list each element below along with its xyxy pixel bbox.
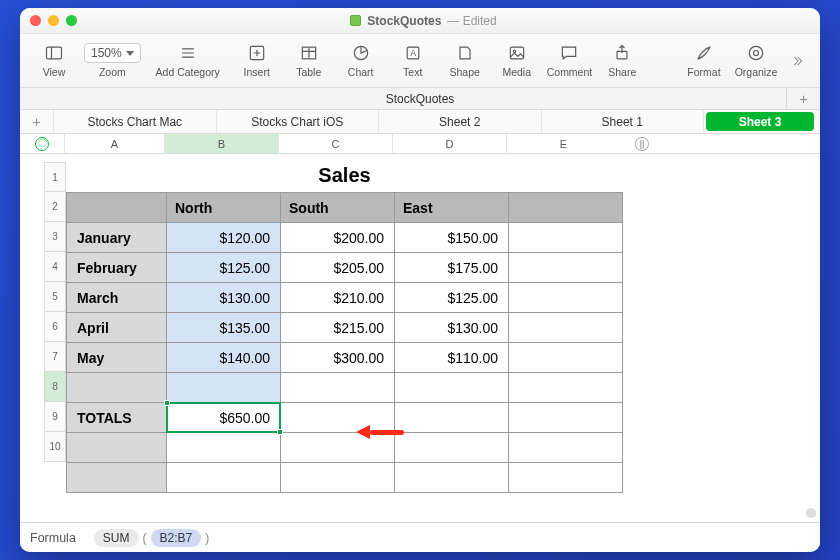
col-A[interactable]: A (64, 134, 164, 153)
close-icon[interactable] (30, 15, 41, 26)
cell[interactable] (167, 463, 281, 493)
fullscreen-icon[interactable] (66, 15, 77, 26)
view-button[interactable]: View (32, 43, 76, 78)
row-5[interactable]: 5 (44, 282, 66, 312)
row-label[interactable]: January (67, 223, 167, 253)
format-button[interactable]: Format (682, 43, 726, 78)
media-button[interactable]: Media (495, 43, 539, 78)
cell[interactable] (509, 433, 623, 463)
cell[interactable] (509, 373, 623, 403)
organize-button[interactable]: Organize (734, 43, 778, 78)
header-south[interactable]: South (281, 193, 395, 223)
cell[interactable] (509, 223, 623, 253)
document-icon (350, 15, 361, 26)
cell[interactable] (509, 463, 623, 493)
tab-sheet-1[interactable]: Sheet 1 (542, 110, 705, 133)
minimize-icon[interactable] (48, 15, 59, 26)
cell[interactable] (509, 403, 623, 433)
text-button[interactable]: A Text (391, 43, 435, 78)
text-icon: A (403, 43, 423, 63)
row-label[interactable]: February (67, 253, 167, 283)
cell[interactable] (281, 463, 395, 493)
new-tab-button[interactable]: + (20, 110, 54, 133)
tab-stocks-chart-mac[interactable]: Stocks Chart Mac (54, 110, 217, 133)
cell[interactable]: $130.00 (395, 313, 509, 343)
column-layers-handle[interactable]: || (620, 134, 664, 153)
row-3[interactable]: 3 (44, 222, 66, 252)
cell[interactable] (67, 463, 167, 493)
cell[interactable]: $175.00 (395, 253, 509, 283)
row-4[interactable]: 4 (44, 252, 66, 282)
col-D[interactable]: D (392, 134, 506, 153)
row-6[interactable]: 6 (44, 312, 66, 342)
cell[interactable] (167, 373, 281, 403)
cell[interactable] (67, 433, 167, 463)
cell[interactable]: $125.00 (167, 253, 281, 283)
cell[interactable] (281, 373, 395, 403)
cell[interactable]: $300.00 (281, 343, 395, 373)
cell[interactable]: $135.00 (167, 313, 281, 343)
cell[interactable] (395, 463, 509, 493)
header-east[interactable]: East (395, 193, 509, 223)
insert-button[interactable]: Insert (235, 43, 279, 78)
selection-handle[interactable] (164, 400, 170, 406)
row-2[interactable]: 2 (44, 192, 66, 222)
cell[interactable] (395, 403, 509, 433)
row-10[interactable]: 10 (44, 432, 66, 462)
sheet-canvas[interactable]: 1 2 3 4 5 6 7 8 9 10 Sales North South E… (20, 154, 820, 522)
cell[interactable]: $200.00 (281, 223, 395, 253)
shape-button[interactable]: Shape (443, 43, 487, 78)
cell[interactable]: $140.00 (167, 343, 281, 373)
select-all-handle[interactable]: 〇 (20, 134, 64, 153)
header-empty[interactable] (509, 193, 623, 223)
row-label[interactable]: March (67, 283, 167, 313)
col-B[interactable]: B (164, 134, 278, 153)
header-blank[interactable] (67, 193, 167, 223)
cell[interactable]: $120.00 (167, 223, 281, 253)
tab-sheet-2[interactable]: Sheet 2 (379, 110, 542, 133)
header-north[interactable]: North (167, 193, 281, 223)
cell[interactable] (509, 313, 623, 343)
tab-sheet-3[interactable]: Sheet 3 (706, 112, 814, 131)
row-9[interactable]: 9 (44, 402, 66, 432)
row-label[interactable]: April (67, 313, 167, 343)
cell[interactable]: $150.00 (395, 223, 509, 253)
cell[interactable]: $125.00 (395, 283, 509, 313)
list-icon (178, 43, 198, 63)
tab-stocks-chart-ios[interactable]: Stocks Chart iOS (217, 110, 380, 133)
cell[interactable]: $130.00 (167, 283, 281, 313)
zoom-button[interactable]: 150% Zoom (84, 43, 141, 78)
cell[interactable] (395, 373, 509, 403)
col-C[interactable]: C (278, 134, 392, 153)
chart-button[interactable]: Chart (339, 43, 383, 78)
overflow-button[interactable] (786, 51, 808, 71)
table-button[interactable]: Table (287, 43, 331, 78)
comment-button[interactable]: Comment (547, 43, 593, 78)
row-7[interactable]: 7 (44, 342, 66, 372)
row-label[interactable]: May (67, 343, 167, 373)
cell[interactable] (395, 433, 509, 463)
col-E[interactable]: E (506, 134, 620, 153)
formula-function: SUM (94, 529, 139, 547)
cell[interactable]: $110.00 (395, 343, 509, 373)
add-sheet-button[interactable]: + (786, 88, 820, 110)
cell[interactable] (509, 283, 623, 313)
totals-label[interactable]: TOTALS (67, 403, 167, 433)
cell[interactable]: $215.00 (281, 313, 395, 343)
formula-content[interactable]: SUM ( B2:B7 ) (94, 529, 211, 547)
totals-cell[interactable]: $650.00 (167, 403, 281, 433)
cell[interactable] (67, 373, 167, 403)
table-title[interactable]: Sales (66, 162, 623, 192)
cell[interactable]: $210.00 (281, 283, 395, 313)
cell[interactable] (509, 343, 623, 373)
cell[interactable]: $205.00 (281, 253, 395, 283)
cell[interactable] (509, 253, 623, 283)
row-8[interactable]: 8 (44, 372, 66, 402)
row-1[interactable]: 1 (44, 162, 66, 192)
selection-handle[interactable] (277, 429, 283, 435)
share-button[interactable]: Share (600, 43, 644, 78)
pie-icon (351, 43, 371, 63)
cell[interactable] (167, 433, 281, 463)
add-category-button[interactable]: Add Category (149, 43, 227, 78)
document-name[interactable]: StockQuotes (386, 92, 455, 106)
